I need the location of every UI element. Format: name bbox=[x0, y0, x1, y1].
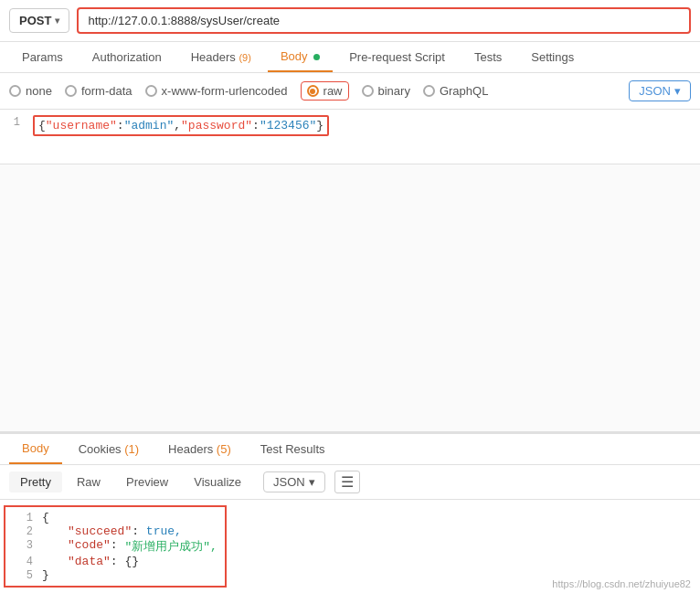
resp-code-box: 1 { 2 "succeed" : true, 3 bbox=[4, 505, 227, 588]
open-brace: { bbox=[38, 119, 46, 132]
close-brace: } bbox=[316, 119, 323, 132]
tab-body[interactable]: Body bbox=[268, 42, 333, 72]
radio-circle-binary bbox=[362, 85, 374, 97]
response-section: Body Cookies (1) Headers (5) Test Result… bbox=[0, 432, 700, 593]
request-line-1-content: {"username":"admin","password":"123456"} bbox=[29, 115, 700, 136]
radio-raw[interactable]: raw bbox=[301, 81, 349, 101]
tab-headers[interactable]: Headers (9) bbox=[178, 43, 264, 71]
body-type-bar: none form-data x-www-form-urlencoded raw… bbox=[0, 73, 700, 110]
tab-authorization[interactable]: Authorization bbox=[80, 43, 175, 71]
json-dropdown-chevron: ▾ bbox=[674, 84, 681, 98]
resp-tab-cookies[interactable]: Cookies (1) bbox=[66, 435, 152, 463]
line-num-1: 1 bbox=[0, 115, 29, 129]
json-dropdown-label: JSON bbox=[639, 84, 671, 98]
resp-line-3: 3 "code" : "新增用户成功", bbox=[13, 538, 217, 555]
method-label: POST bbox=[19, 14, 51, 27]
radio-circle-formdata bbox=[65, 85, 77, 97]
resp-line-num-1: 1 bbox=[13, 511, 42, 524]
resp-line-4: 4 "data" : {} bbox=[13, 555, 217, 568]
resp-line-5: 5 } bbox=[13, 568, 217, 582]
radio-urlencoded-label: x-www-form-urlencoded bbox=[162, 84, 288, 98]
radio-formdata[interactable]: form-data bbox=[65, 84, 133, 98]
resp-colon-data: : bbox=[111, 555, 125, 568]
radio-urlencoded[interactable]: x-www-form-urlencoded bbox=[145, 84, 288, 98]
view-tab-visualize[interactable]: Visualize bbox=[183, 471, 252, 492]
tab-prerequest[interactable]: Pre-request Script bbox=[336, 43, 458, 71]
radio-binary[interactable]: binary bbox=[362, 84, 410, 98]
resp-key-succeed: "succeed" bbox=[68, 524, 132, 538]
request-code-box: {"username":"admin","password":"123456"} bbox=[33, 115, 329, 136]
view-tab-preview[interactable]: Preview bbox=[115, 471, 179, 492]
resp-line-2: 2 "succeed" : true, bbox=[13, 524, 217, 538]
radio-circle-none bbox=[9, 85, 21, 97]
nav-tabs: Params Authorization Headers (9) Body Pr… bbox=[0, 42, 700, 73]
view-tab-pretty[interactable]: Pretty bbox=[9, 471, 62, 492]
radio-none-label: none bbox=[26, 84, 52, 98]
resp-tab-headers[interactable]: Headers (5) bbox=[155, 435, 244, 463]
cookies-badge: (1) bbox=[124, 442, 139, 456]
response-tabs: Body Cookies (1) Headers (5) Test Result… bbox=[0, 434, 700, 465]
resp-line-1: 1 { bbox=[13, 511, 217, 524]
resp-json-label: JSON bbox=[273, 475, 305, 489]
radio-raw-label: raw bbox=[323, 84, 343, 98]
resp-json-dropdown[interactable]: JSON ▾ bbox=[263, 471, 325, 492]
resp-close-brace: } bbox=[42, 568, 49, 582]
username-val: "admin" bbox=[124, 119, 175, 132]
body-dot bbox=[313, 54, 320, 60]
radio-circle-raw bbox=[307, 85, 319, 97]
resp-key-code: "code" bbox=[68, 538, 111, 552]
method-selector[interactable]: POST ▾ bbox=[9, 8, 69, 33]
view-tab-raw[interactable]: Raw bbox=[66, 471, 111, 492]
resp-line-num-4: 4 bbox=[13, 555, 42, 568]
resp-wrap-btn[interactable]: ☰ bbox=[334, 471, 360, 493]
resp-open-brace: { bbox=[42, 511, 49, 524]
tab-settings[interactable]: Settings bbox=[518, 43, 587, 71]
radio-binary-label: binary bbox=[378, 84, 410, 98]
resp-code-area: 1 { 2 "succeed" : true, 3 bbox=[0, 500, 700, 593]
tab-tests[interactable]: Tests bbox=[461, 43, 514, 71]
resp-colon-succeed: : bbox=[132, 524, 146, 538]
resp-line-num-3: 3 bbox=[13, 538, 42, 552]
radio-circle-urlencoded bbox=[145, 85, 157, 97]
radio-none[interactable]: none bbox=[9, 84, 52, 98]
resp-code-inner: 1 { 2 "succeed" : true, 3 bbox=[5, 507, 225, 586]
json-type-dropdown[interactable]: JSON ▾ bbox=[629, 80, 691, 101]
resp-headers-badge: (5) bbox=[217, 442, 231, 456]
colon1: : bbox=[117, 119, 124, 132]
radio-graphql-label: GraphQL bbox=[440, 84, 488, 98]
resp-val-succeed: true, bbox=[146, 524, 182, 538]
top-bar: POST ▾ bbox=[0, 0, 700, 42]
resp-val-data: {} bbox=[124, 555, 139, 568]
radio-circle-graphql bbox=[423, 85, 435, 97]
resp-tab-body[interactable]: Body bbox=[9, 434, 62, 464]
gap-area bbox=[0, 164, 700, 432]
resp-key-data: "data" bbox=[68, 555, 111, 568]
username-key: "username" bbox=[46, 119, 117, 132]
chevron-icon: ▾ bbox=[55, 16, 59, 26]
comma1: , bbox=[174, 119, 181, 132]
resp-tab-testresults[interactable]: Test Results bbox=[248, 435, 338, 463]
resp-colon-code: : bbox=[111, 538, 125, 552]
radio-formdata-label: form-data bbox=[81, 84, 133, 98]
resp-json-chevron: ▾ bbox=[309, 475, 315, 489]
resp-view-bar: Pretty Raw Preview Visualize JSON ▾ ☰ bbox=[0, 465, 700, 500]
resp-line-num-2: 2 bbox=[13, 524, 42, 538]
password-key: "password" bbox=[181, 119, 252, 132]
request-body-editor[interactable]: 1 {"username":"admin","password":"123456… bbox=[0, 110, 700, 164]
url-input[interactable] bbox=[77, 7, 691, 34]
resp-val-code: "新增用户成功", bbox=[124, 538, 217, 555]
headers-badge: (9) bbox=[239, 52, 250, 63]
password-val: "123456" bbox=[260, 119, 316, 132]
radio-graphql[interactable]: GraphQL bbox=[423, 84, 488, 98]
resp-line-num-5: 5 bbox=[13, 568, 42, 582]
request-line-1: 1 {"username":"admin","password":"123456… bbox=[0, 115, 700, 136]
colon2: : bbox=[252, 119, 260, 132]
watermark: https://blog.csdn.net/zhuiyue82 bbox=[552, 578, 691, 589]
tab-params[interactable]: Params bbox=[9, 43, 76, 71]
